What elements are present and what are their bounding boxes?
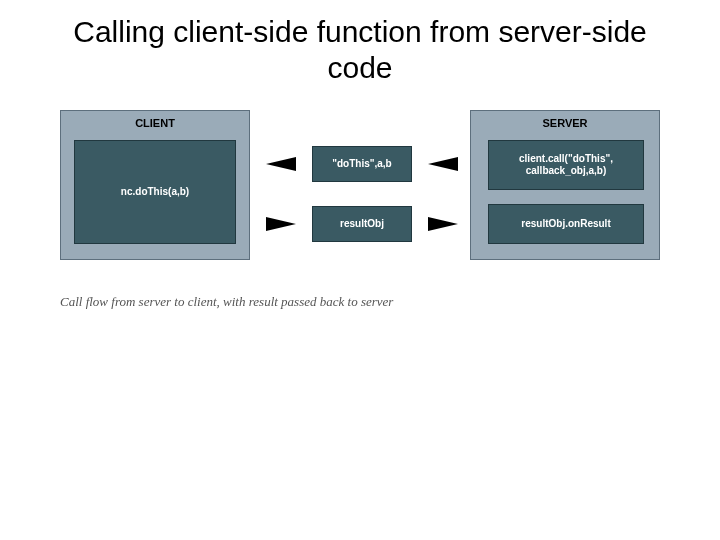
server-label: SERVER <box>471 111 659 133</box>
message-top-box: "doThis",a,b <box>312 146 412 182</box>
client-label: CLIENT <box>61 111 249 133</box>
message-bottom-box: resultObj <box>312 206 412 242</box>
arrow-server-to-mid-icon <box>428 157 458 171</box>
arrow-client-to-mid-icon <box>266 217 296 231</box>
slide-title: Calling client-side function from server… <box>0 0 720 86</box>
server-call-box: client.call("doThis", callback_obj,a,b) <box>488 140 644 190</box>
diagram-caption: Call flow from server to client, with re… <box>60 294 393 310</box>
call-flow-diagram: CLIENT nc.doThis(a,b) SERVER client.call… <box>60 110 660 280</box>
arrow-mid-to-server-icon <box>428 217 458 231</box>
arrow-mid-to-client-icon <box>266 157 296 171</box>
server-result-box: resultObj.onResult <box>488 204 644 244</box>
client-inner-box: nc.doThis(a,b) <box>74 140 236 244</box>
